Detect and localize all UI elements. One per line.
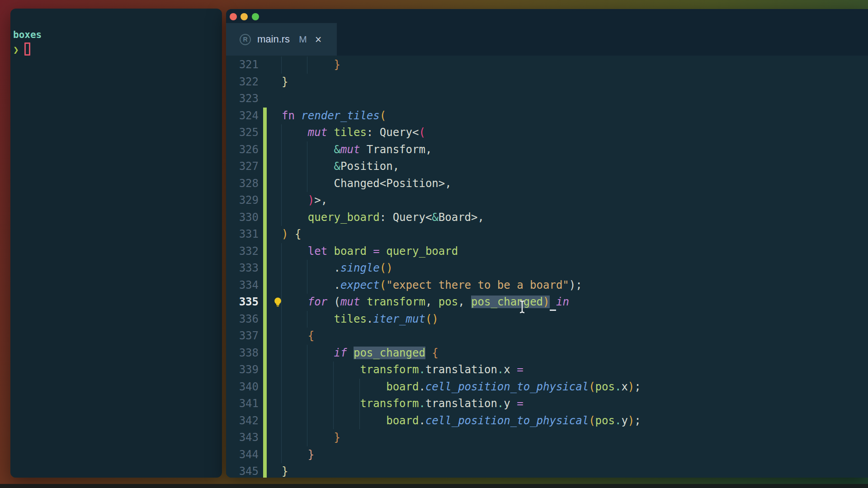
code-line[interactable]: 342 board.cell_position_to_physical(pos.… [226, 413, 868, 430]
line-number[interactable]: 343 [226, 429, 259, 446]
gutter [259, 124, 282, 141]
code-line[interactable]: 337 { [226, 328, 868, 345]
code-line[interactable]: 321 } [226, 56, 868, 74]
code-text: )>, [282, 192, 327, 209]
code-line[interactable]: 341 transform.translation.y = [226, 395, 868, 413]
terminal-window[interactable]: boxes ❯ [10, 9, 222, 478]
code-line[interactable]: 344 } [226, 446, 868, 464]
code-line[interactable]: 338 if pos_changed { [226, 345, 868, 362]
git-change-bar [263, 311, 267, 328]
gutter [259, 226, 282, 243]
code-line[interactable]: 325 mut tiles: Query<( [226, 124, 868, 141]
line-number[interactable]: 323 [226, 90, 259, 108]
tab-close-icon[interactable]: × [315, 35, 322, 44]
code-text: Changed<Position>, [282, 175, 452, 192]
line-number[interactable]: 340 [226, 379, 259, 396]
line-number[interactable]: 324 [226, 108, 259, 125]
code-line[interactable]: 326 &mut Transform, [226, 141, 868, 159]
line-number[interactable]: 344 [226, 446, 259, 464]
code-text: } [282, 429, 340, 446]
line-number[interactable]: 337 [226, 328, 259, 345]
code-line[interactable]: 336 tiles.iter_mut() [226, 311, 868, 328]
line-number[interactable]: 333 [226, 260, 259, 277]
line-number[interactable]: 326 [226, 141, 259, 159]
gutter [259, 328, 282, 345]
line-number[interactable]: 334 [226, 277, 259, 294]
code-line[interactable]: 340 board.cell_position_to_physical(pos.… [226, 379, 868, 396]
git-change-bar [263, 243, 267, 260]
code-text: board.cell_position_to_physical(pos.y); [282, 413, 641, 430]
traffic-light-minimize-button[interactable] [241, 13, 248, 20]
traffic-light-maximize-button[interactable] [252, 13, 259, 20]
line-number[interactable]: 339 [226, 361, 259, 379]
gutter [259, 90, 282, 108]
code-line[interactable]: 330 query_board: Query<&Board>, [226, 209, 868, 226]
git-change-bar [263, 108, 267, 125]
word-highlight: pos_changed [471, 296, 543, 308]
code-line[interactable]: 333 .single() [226, 260, 868, 277]
line-number[interactable]: 330 [226, 209, 259, 226]
git-change-bar [263, 345, 267, 362]
line-number[interactable]: 345 [226, 463, 259, 478]
terminal-cwd-line: boxes [13, 28, 217, 42]
code-line[interactable]: 323 [226, 90, 868, 108]
line-number[interactable]: 331 [226, 226, 259, 243]
gutter [259, 209, 282, 226]
gutter [259, 141, 282, 159]
git-change-bar [263, 328, 267, 345]
line-number[interactable]: 325 [226, 124, 259, 141]
line-number[interactable]: 322 [226, 74, 259, 91]
code-line[interactable]: 332 let board = query_board [226, 243, 868, 260]
code-line[interactable]: 324fn render_tiles( [226, 108, 868, 125]
code-line[interactable]: 328 Changed<Position>, [226, 175, 868, 192]
git-change-bar [263, 395, 267, 413]
code-text: board.cell_position_to_physical(pos.x); [282, 379, 641, 396]
code-line[interactable]: 343 } [226, 429, 868, 446]
gutter [259, 361, 282, 379]
code-lines: 321 }322}323324fn render_tiles(325 mut t… [226, 56, 868, 478]
git-change-bar [263, 175, 267, 192]
tab-bar: R main.rs M × [226, 23, 868, 56]
traffic-light-close-button[interactable] [230, 13, 237, 20]
tab-filename: main.rs [257, 33, 290, 45]
code-line[interactable]: 345} [226, 463, 868, 478]
window-titlebar[interactable] [226, 9, 868, 23]
git-change-bar [263, 158, 267, 175]
line-number[interactable]: 336 [226, 311, 259, 328]
git-change-bar [263, 413, 267, 430]
code-line[interactable]: 335 for (mut transform, pos, pos_changed… [226, 294, 868, 311]
git-change-bar [263, 192, 267, 209]
code-text: } [282, 74, 288, 91]
line-number[interactable]: 342 [226, 413, 259, 430]
text-cursor [550, 297, 556, 311]
line-number[interactable]: 329 [226, 192, 259, 209]
line-number[interactable]: 332 [226, 243, 259, 260]
line-number[interactable]: 341 [226, 395, 259, 413]
git-change-bar [263, 446, 267, 464]
code-editor[interactable]: 321 }322}323324fn render_tiles(325 mut t… [226, 56, 868, 478]
line-number[interactable]: 328 [226, 175, 259, 192]
gutter [259, 108, 282, 125]
line-number[interactable]: 327 [226, 158, 259, 175]
git-change-bar [263, 463, 267, 478]
tab-main-rs[interactable]: R main.rs M × [226, 23, 337, 56]
mouse-ibeam-pointer [518, 300, 526, 315]
code-text: &Position, [282, 158, 399, 175]
line-number[interactable]: 321 [226, 56, 259, 74]
code-line[interactable]: 339 transform.translation.x = [226, 361, 868, 379]
git-change-bar [263, 277, 267, 294]
code-line[interactable]: 334 .expect("expect there to be a board"… [226, 277, 868, 294]
gutter [259, 260, 282, 277]
code-line[interactable]: 331) { [226, 226, 868, 243]
code-text: { [282, 328, 314, 345]
line-number[interactable]: 338 [226, 345, 259, 362]
code-line[interactable]: 327 &Position, [226, 158, 868, 175]
gutter [259, 413, 282, 430]
code-line[interactable]: 322} [226, 74, 868, 91]
terminal-prompt-line[interactable]: ❯ [13, 42, 217, 57]
code-text: } [282, 56, 340, 74]
gutter [259, 277, 282, 294]
line-number[interactable]: 335 [226, 294, 259, 311]
code-text: &mut Transform, [282, 141, 432, 159]
code-line[interactable]: 329 )>, [226, 192, 868, 209]
